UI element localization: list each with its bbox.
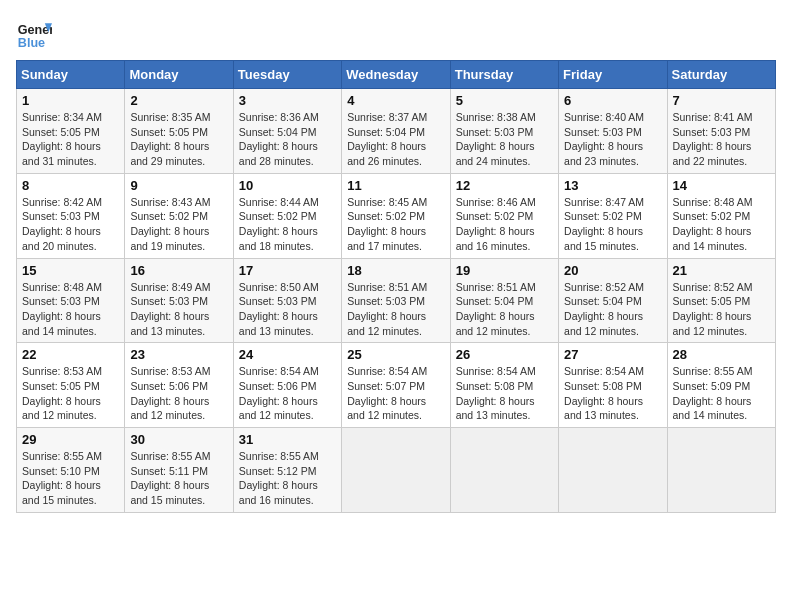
logo-icon: General Blue <box>16 16 52 52</box>
calendar-week-row: 29 Sunrise: 8:55 AM Sunset: 5:10 PM Dayl… <box>17 428 776 513</box>
calendar-cell <box>450 428 558 513</box>
day-info: Sunrise: 8:43 AM Sunset: 5:02 PM Dayligh… <box>130 195 227 254</box>
day-info: Sunrise: 8:53 AM Sunset: 5:05 PM Dayligh… <box>22 364 119 423</box>
day-info: Sunrise: 8:46 AM Sunset: 5:02 PM Dayligh… <box>456 195 553 254</box>
calendar-week-row: 8 Sunrise: 8:42 AM Sunset: 5:03 PM Dayli… <box>17 173 776 258</box>
calendar-cell: 8 Sunrise: 8:42 AM Sunset: 5:03 PM Dayli… <box>17 173 125 258</box>
calendar-cell: 10 Sunrise: 8:44 AM Sunset: 5:02 PM Dayl… <box>233 173 341 258</box>
day-info: Sunrise: 8:54 AM Sunset: 5:06 PM Dayligh… <box>239 364 336 423</box>
calendar-cell: 14 Sunrise: 8:48 AM Sunset: 5:02 PM Dayl… <box>667 173 775 258</box>
day-number: 20 <box>564 263 661 278</box>
calendar-table: SundayMondayTuesdayWednesdayThursdayFrid… <box>16 60 776 513</box>
day-info: Sunrise: 8:55 AM Sunset: 5:09 PM Dayligh… <box>673 364 770 423</box>
day-info: Sunrise: 8:48 AM Sunset: 5:02 PM Dayligh… <box>673 195 770 254</box>
calendar-week-row: 15 Sunrise: 8:48 AM Sunset: 5:03 PM Dayl… <box>17 258 776 343</box>
calendar-cell: 15 Sunrise: 8:48 AM Sunset: 5:03 PM Dayl… <box>17 258 125 343</box>
day-info: Sunrise: 8:40 AM Sunset: 5:03 PM Dayligh… <box>564 110 661 169</box>
day-info: Sunrise: 8:55 AM Sunset: 5:11 PM Dayligh… <box>130 449 227 508</box>
calendar-cell <box>559 428 667 513</box>
day-info: Sunrise: 8:36 AM Sunset: 5:04 PM Dayligh… <box>239 110 336 169</box>
weekday-header-thursday: Thursday <box>450 61 558 89</box>
calendar-cell: 6 Sunrise: 8:40 AM Sunset: 5:03 PM Dayli… <box>559 89 667 174</box>
day-number: 26 <box>456 347 553 362</box>
day-info: Sunrise: 8:41 AM Sunset: 5:03 PM Dayligh… <box>673 110 770 169</box>
day-info: Sunrise: 8:49 AM Sunset: 5:03 PM Dayligh… <box>130 280 227 339</box>
day-number: 27 <box>564 347 661 362</box>
calendar-cell <box>342 428 450 513</box>
calendar-cell: 26 Sunrise: 8:54 AM Sunset: 5:08 PM Dayl… <box>450 343 558 428</box>
day-info: Sunrise: 8:53 AM Sunset: 5:06 PM Dayligh… <box>130 364 227 423</box>
day-number: 16 <box>130 263 227 278</box>
calendar-week-row: 22 Sunrise: 8:53 AM Sunset: 5:05 PM Dayl… <box>17 343 776 428</box>
day-number: 11 <box>347 178 444 193</box>
day-info: Sunrise: 8:55 AM Sunset: 5:12 PM Dayligh… <box>239 449 336 508</box>
day-number: 17 <box>239 263 336 278</box>
day-info: Sunrise: 8:34 AM Sunset: 5:05 PM Dayligh… <box>22 110 119 169</box>
day-number: 24 <box>239 347 336 362</box>
day-number: 14 <box>673 178 770 193</box>
day-info: Sunrise: 8:51 AM Sunset: 5:03 PM Dayligh… <box>347 280 444 339</box>
calendar-cell: 19 Sunrise: 8:51 AM Sunset: 5:04 PM Dayl… <box>450 258 558 343</box>
calendar-cell: 24 Sunrise: 8:54 AM Sunset: 5:06 PM Dayl… <box>233 343 341 428</box>
day-info: Sunrise: 8:52 AM Sunset: 5:04 PM Dayligh… <box>564 280 661 339</box>
day-info: Sunrise: 8:54 AM Sunset: 5:07 PM Dayligh… <box>347 364 444 423</box>
svg-text:Blue: Blue <box>18 36 45 50</box>
day-info: Sunrise: 8:54 AM Sunset: 5:08 PM Dayligh… <box>564 364 661 423</box>
calendar-cell: 17 Sunrise: 8:50 AM Sunset: 5:03 PM Dayl… <box>233 258 341 343</box>
weekday-header-friday: Friday <box>559 61 667 89</box>
day-info: Sunrise: 8:42 AM Sunset: 5:03 PM Dayligh… <box>22 195 119 254</box>
calendar-week-row: 1 Sunrise: 8:34 AM Sunset: 5:05 PM Dayli… <box>17 89 776 174</box>
day-number: 19 <box>456 263 553 278</box>
calendar-cell: 1 Sunrise: 8:34 AM Sunset: 5:05 PM Dayli… <box>17 89 125 174</box>
day-info: Sunrise: 8:44 AM Sunset: 5:02 PM Dayligh… <box>239 195 336 254</box>
calendar-cell: 27 Sunrise: 8:54 AM Sunset: 5:08 PM Dayl… <box>559 343 667 428</box>
calendar-cell: 3 Sunrise: 8:36 AM Sunset: 5:04 PM Dayli… <box>233 89 341 174</box>
day-number: 4 <box>347 93 444 108</box>
day-number: 10 <box>239 178 336 193</box>
day-number: 29 <box>22 432 119 447</box>
calendar-cell: 29 Sunrise: 8:55 AM Sunset: 5:10 PM Dayl… <box>17 428 125 513</box>
calendar-header-row: SundayMondayTuesdayWednesdayThursdayFrid… <box>17 61 776 89</box>
day-number: 3 <box>239 93 336 108</box>
calendar-cell: 22 Sunrise: 8:53 AM Sunset: 5:05 PM Dayl… <box>17 343 125 428</box>
weekday-header-monday: Monday <box>125 61 233 89</box>
day-info: Sunrise: 8:35 AM Sunset: 5:05 PM Dayligh… <box>130 110 227 169</box>
day-number: 2 <box>130 93 227 108</box>
day-info: Sunrise: 8:47 AM Sunset: 5:02 PM Dayligh… <box>564 195 661 254</box>
calendar-cell: 11 Sunrise: 8:45 AM Sunset: 5:02 PM Dayl… <box>342 173 450 258</box>
day-info: Sunrise: 8:50 AM Sunset: 5:03 PM Dayligh… <box>239 280 336 339</box>
day-info: Sunrise: 8:48 AM Sunset: 5:03 PM Dayligh… <box>22 280 119 339</box>
day-number: 6 <box>564 93 661 108</box>
calendar-cell: 18 Sunrise: 8:51 AM Sunset: 5:03 PM Dayl… <box>342 258 450 343</box>
calendar-cell: 23 Sunrise: 8:53 AM Sunset: 5:06 PM Dayl… <box>125 343 233 428</box>
weekday-header-wednesday: Wednesday <box>342 61 450 89</box>
logo: General Blue <box>16 16 52 52</box>
weekday-header-sunday: Sunday <box>17 61 125 89</box>
calendar-cell: 7 Sunrise: 8:41 AM Sunset: 5:03 PM Dayli… <box>667 89 775 174</box>
calendar-cell: 4 Sunrise: 8:37 AM Sunset: 5:04 PM Dayli… <box>342 89 450 174</box>
day-info: Sunrise: 8:52 AM Sunset: 5:05 PM Dayligh… <box>673 280 770 339</box>
day-number: 23 <box>130 347 227 362</box>
day-info: Sunrise: 8:38 AM Sunset: 5:03 PM Dayligh… <box>456 110 553 169</box>
day-number: 7 <box>673 93 770 108</box>
calendar-cell: 20 Sunrise: 8:52 AM Sunset: 5:04 PM Dayl… <box>559 258 667 343</box>
calendar-cell: 28 Sunrise: 8:55 AM Sunset: 5:09 PM Dayl… <box>667 343 775 428</box>
day-number: 8 <box>22 178 119 193</box>
day-number: 28 <box>673 347 770 362</box>
day-number: 25 <box>347 347 444 362</box>
calendar-cell: 31 Sunrise: 8:55 AM Sunset: 5:12 PM Dayl… <box>233 428 341 513</box>
day-number: 15 <box>22 263 119 278</box>
day-number: 13 <box>564 178 661 193</box>
calendar-cell: 9 Sunrise: 8:43 AM Sunset: 5:02 PM Dayli… <box>125 173 233 258</box>
day-info: Sunrise: 8:37 AM Sunset: 5:04 PM Dayligh… <box>347 110 444 169</box>
calendar-cell: 13 Sunrise: 8:47 AM Sunset: 5:02 PM Dayl… <box>559 173 667 258</box>
day-number: 5 <box>456 93 553 108</box>
day-info: Sunrise: 8:51 AM Sunset: 5:04 PM Dayligh… <box>456 280 553 339</box>
day-number: 21 <box>673 263 770 278</box>
day-info: Sunrise: 8:54 AM Sunset: 5:08 PM Dayligh… <box>456 364 553 423</box>
calendar-cell: 16 Sunrise: 8:49 AM Sunset: 5:03 PM Dayl… <box>125 258 233 343</box>
day-number: 31 <box>239 432 336 447</box>
day-number: 30 <box>130 432 227 447</box>
day-info: Sunrise: 8:55 AM Sunset: 5:10 PM Dayligh… <box>22 449 119 508</box>
day-number: 18 <box>347 263 444 278</box>
